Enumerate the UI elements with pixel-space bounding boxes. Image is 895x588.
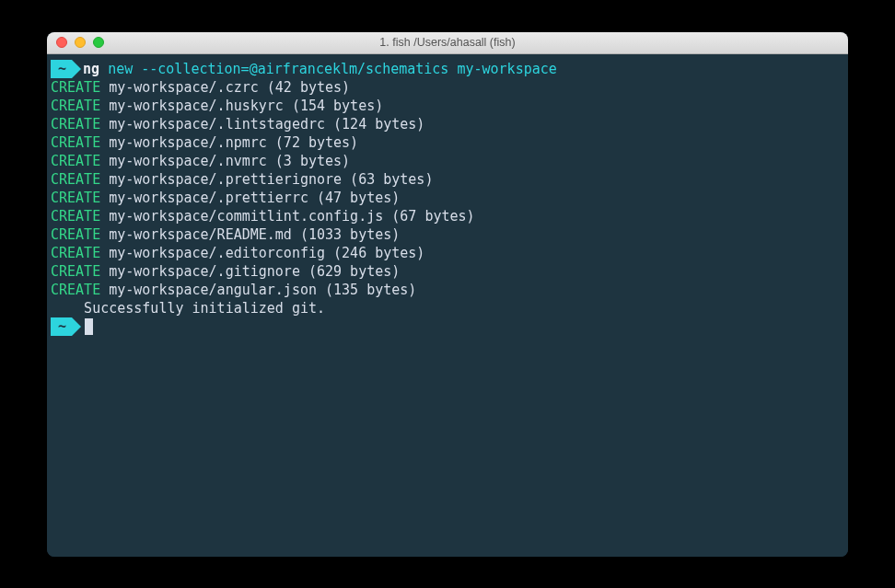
status-line: Successfully initialized git. (47, 299, 848, 317)
window-titlebar: 1. fish /Users/ahasall (fish) (47, 32, 848, 54)
output-path: my-workspace/commitlint.config.js (67 by… (100, 208, 474, 225)
output-action: CREATE (51, 245, 100, 261)
output-line: CREATE my-workspace/.prettierrc (47 byte… (47, 189, 848, 207)
output-path: my-workspace/.prettierignore (63 bytes) (100, 171, 433, 188)
terminal-window: 1. fish /Users/ahasall (fish) ~ng new --… (47, 32, 848, 557)
output-action: CREATE (51, 153, 100, 169)
output-path: my-workspace/.lintstagedrc (124 bytes) (100, 116, 424, 133)
output-line: CREATE my-workspace/.npmrc (72 bytes) (47, 133, 848, 152)
output-action: CREATE (51, 208, 100, 225)
output-path: my-workspace/.czrc (42 bytes) (100, 79, 350, 96)
output-line: CREATE my-workspace/angular.json (135 by… (47, 281, 848, 299)
cmd-subcommand: new (108, 61, 133, 77)
output-action: CREATE (51, 282, 100, 298)
window-controls (56, 37, 104, 48)
output-line: CREATE my-workspace/commitlint.config.js… (47, 207, 848, 225)
window-title: 1. fish /Users/ahasall (fish) (56, 36, 839, 49)
close-icon[interactable] (56, 37, 67, 48)
cmd-package: @airfranceklm/schematics (250, 61, 449, 77)
output-action: CREATE (51, 190, 100, 206)
output-line: CREATE my-workspace/.huskyrc (154 bytes) (47, 97, 848, 115)
output-path: my-workspace/README.md (1033 bytes) (100, 226, 400, 243)
output-path: my-workspace/angular.json (135 bytes) (100, 282, 416, 298)
output-action: CREATE (51, 116, 100, 133)
maximize-icon[interactable] (93, 37, 104, 48)
prompt-line: ~ (47, 317, 848, 336)
output-action: CREATE (51, 263, 100, 280)
cursor-icon (85, 318, 93, 335)
output-path: my-workspace/.npmrc (72 bytes) (100, 134, 358, 151)
output-path: my-workspace/.prettierrc (47 bytes) (100, 190, 400, 206)
prompt-badge: ~ (51, 317, 72, 336)
output-action: CREATE (51, 134, 100, 151)
minimize-icon[interactable] (75, 37, 86, 48)
prompt-badge: ~ (51, 60, 72, 78)
cmd-name: ng (83, 61, 99, 77)
status-message: Successfully initialized git. (51, 300, 325, 317)
output-action: CREATE (51, 98, 100, 114)
output-path: my-workspace/.huskyrc (154 bytes) (100, 98, 383, 114)
terminal-body[interactable]: ~ng new --collection=@airfranceklm/schem… (47, 54, 848, 557)
cmd-flag: --collection= (141, 61, 249, 77)
output-line: CREATE my-workspace/.nvmrc (3 bytes) (47, 152, 848, 170)
output-line: CREATE my-workspace/.prettierignore (63 … (47, 170, 848, 189)
command-line: ~ng new --collection=@airfranceklm/schem… (47, 60, 848, 78)
output-path: my-workspace/.gitignore (629 bytes) (100, 263, 400, 280)
output-line: CREATE my-workspace/.editorconfig (246 b… (47, 244, 848, 262)
output-line: CREATE my-workspace/.lintstagedrc (124 b… (47, 115, 848, 133)
output-line: CREATE my-workspace/.czrc (42 bytes) (47, 78, 848, 97)
cmd-arg: my-workspace (457, 61, 556, 77)
output-action: CREATE (51, 79, 100, 96)
output-action: CREATE (51, 171, 100, 188)
output-block: CREATE my-workspace/.czrc (42 bytes)CREA… (47, 78, 848, 299)
output-line: CREATE my-workspace/.gitignore (629 byte… (47, 262, 848, 281)
output-action: CREATE (51, 226, 100, 243)
output-path: my-workspace/.nvmrc (3 bytes) (100, 153, 350, 169)
output-line: CREATE my-workspace/README.md (1033 byte… (47, 225, 848, 244)
output-path: my-workspace/.editorconfig (246 bytes) (100, 245, 424, 261)
